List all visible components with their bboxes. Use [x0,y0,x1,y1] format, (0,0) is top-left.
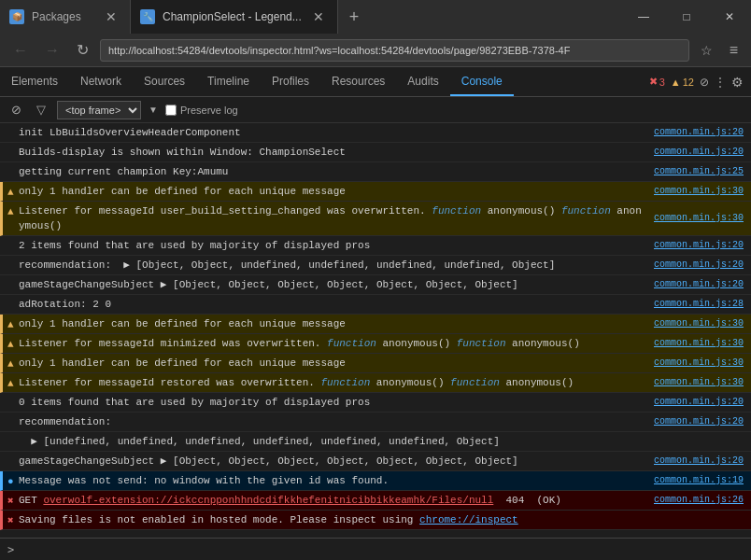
log-text: init LbBuildsOverviewHeaderComponent [19,125,646,140]
console-input-bar: > [0,538,751,560]
log-row: ✖Saving files is not enabled in hosted m… [0,511,751,530]
console-filter-icon[interactable]: ⊘ [700,76,709,89]
warn-icon: ▲ [7,317,14,332]
log-text: 2 items found that are used by majority … [19,238,646,253]
log-text: Listener for messageId minimized was ove… [19,336,646,351]
log-source[interactable]: common.min.js:20 [646,395,744,410]
devtools-toolbar: Elements Network Sources Timeline Profil… [0,67,751,97]
log-source[interactable]: common.min.js:20 [646,125,744,140]
tab-resources[interactable]: Resources [320,67,396,96]
warn-icon: ▲ [7,185,14,200]
close-button[interactable]: ✕ [708,0,751,34]
reload-button[interactable]: ↻ [71,37,94,63]
tab-champion-select-close[interactable]: ✕ [309,7,328,26]
log-row: Builds-display is shown within Window: C… [0,143,751,162]
log-row: ●Message was not send: no window with th… [0,471,751,491]
more-tools-icon[interactable]: ⋮ [715,76,726,89]
tab-packages[interactable]: 📦 Packages ✕ [0,0,131,34]
frame-dropdown-arrow: ▼ [149,105,158,115]
warn-icon: ▲ [7,357,14,371]
log-text: adRotation: 2 0 [19,297,646,312]
champion-select-favicon: 🔧 [140,9,155,24]
log-text: Listener for messageId restored was over… [19,375,646,390]
log-row: adRotation: 2 0common.min.js:28 [0,295,751,315]
log-row: gameStageChangeSubject ▶ [Object, Object… [0,275,751,295]
preserve-log-label[interactable]: Preserve log [165,105,238,116]
tab-elements[interactable]: Elements [0,67,69,96]
minimize-button[interactable]: — [622,0,665,34]
filter-button[interactable]: ▽ [33,101,50,119]
tab-champion-select[interactable]: 🔧 ChampionSelect - Legend... ✕ [131,0,338,34]
tab-console[interactable]: Console [450,67,514,96]
bookmark-button[interactable]: ☆ [695,43,718,58]
log-source[interactable]: common.min.js:30 [646,336,744,351]
log-source[interactable]: common.min.js:20 [646,414,744,429]
log-source[interactable]: common.min.js:20 [646,277,744,292]
log-text: Builds-display is shown within Window: C… [19,145,646,160]
log-text: gameStageChangeSubject ▶ [Object, Object… [19,277,646,292]
log-row: recommendation: ▶ [Object, Object, undef… [0,256,751,275]
address-bar[interactable]: http://localhost:54284/devtools/inspecto… [100,39,689,62]
settings-icon[interactable]: ⚙ [731,75,744,90]
warn-icon: ▲ [7,376,14,391]
log-row: ▶ [undefined, undefined, undefined, unde… [0,432,751,452]
tab-network[interactable]: Network [69,67,133,96]
tab-timeline[interactable]: Timeline [196,67,261,96]
error-icon: ✖ [7,494,14,509]
input-prompt: > [7,543,14,556]
forward-button[interactable]: → [39,38,65,63]
log-row: ▲only 1 handler can be defined for each … [0,354,751,373]
log-source[interactable]: common.min.js:20 [646,238,744,253]
warning-icon: ▲ [671,77,681,88]
back-button[interactable]: ← [7,38,34,63]
log-source[interactable]: common.min.js:25 [646,164,744,179]
frame-selector[interactable]: <top frame> [57,101,141,119]
log-source[interactable]: common.min.js:20 [646,454,744,469]
tab-champion-select-label: ChampionSelect - Legend... [163,10,302,23]
log-text: Message was not send: no window with the… [19,473,646,488]
clear-console-button[interactable]: ⊘ [7,101,25,119]
log-source[interactable]: common.min.js:30 [646,184,744,199]
log-text: getting current champion Key:Amumu [19,164,646,179]
menu-button[interactable]: ≡ [724,42,744,59]
log-row: init LbBuildsOverviewHeaderComponentcomm… [0,123,751,143]
log-text: ▶ [undefined, undefined, undefined, unde… [19,434,744,449]
log-source[interactable]: common.min.js:30 [646,211,744,226]
log-row: ▲Listener for messageId restored was ove… [0,373,751,393]
preserve-log-checkbox[interactable] [165,105,177,116]
console-input[interactable] [20,543,744,555]
tab-packages-label: Packages [32,10,81,23]
tab-sources[interactable]: Sources [133,67,196,96]
warn-icon: ▲ [7,337,14,352]
log-text: only 1 handler can be defined for each u… [19,316,646,331]
log-source[interactable]: common.min.js:26 [646,493,744,508]
tab-packages-close[interactable]: ✕ [102,7,120,26]
log-source[interactable]: common.min.js:30 [646,356,744,371]
log-row: ▲only 1 handler can be defined for each … [0,315,751,334]
packages-favicon: 📦 [9,9,24,24]
log-source[interactable]: common.min.js:30 [646,316,744,331]
log-text: only 1 handler can be defined for each u… [19,184,646,199]
log-source[interactable]: common.min.js:19 [646,473,744,488]
devtools-status: ✖ 3 ▲ 12 ⊘ ⋮ ⚙ [649,75,751,90]
log-row: 0 items found that are used by majority … [0,393,751,413]
error-icon: ✖ [7,513,14,528]
console-output: init LbBuildsOverviewHeaderComponentcomm… [0,123,751,538]
log-source[interactable]: common.min.js:20 [646,145,744,160]
log-source[interactable]: common.min.js:30 [646,375,744,390]
tab-audits[interactable]: Audits [396,67,449,96]
log-source[interactable]: common.min.js:28 [646,297,744,312]
new-tab-button[interactable]: + [338,0,371,34]
log-source[interactable]: common.min.js:20 [646,258,744,273]
tab-profiles[interactable]: Profiles [261,67,320,96]
log-text: Saving files is not enabled in hosted mo… [19,512,744,527]
nav-bar: ← → ↻ http://localhost:54284/devtools/in… [0,34,751,67]
log-text: gameStageChangeSubject ▶ [Object, Object… [19,454,646,469]
error-icon: ✖ [649,76,658,88]
log-text: recommendation: ▶ [Object, Object, undef… [19,258,646,273]
log-row: gameStageChangeSubject ▶ [Object, Object… [0,452,751,471]
url-text: http://localhost:54284/devtools/inspecto… [108,45,570,56]
console-toolbar: ⊘ ▽ <top frame> ▼ Preserve log [0,97,751,123]
maximize-button[interactable]: □ [665,0,708,34]
log-row: ✖GET overwolf-extension://ickccnpponhhnd… [0,491,751,511]
